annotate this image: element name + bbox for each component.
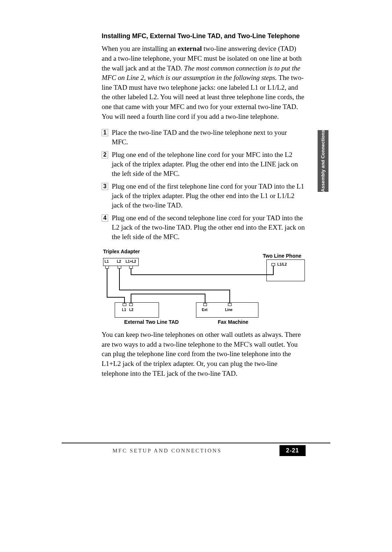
fax-ext-jack: [203, 303, 207, 306]
twoline-phone-label: Two Line Phone: [263, 253, 301, 259]
footer-rule: [62, 443, 330, 443]
steps-list: 1 Place the two-line TAD and the two-lin…: [102, 128, 305, 241]
step-item: 3 Plug one end of the first telephone li…: [102, 182, 305, 210]
fax-machine-label: Fax Machine: [218, 319, 248, 325]
tad-box: [115, 302, 159, 318]
wire: [119, 290, 229, 290]
fax-ext-label: Ext: [202, 308, 208, 312]
phone-l1l2-label: L1/L2: [277, 262, 287, 266]
step-number-box: 1: [102, 129, 108, 136]
wire: [119, 269, 120, 290]
tad-l1-label: L1: [122, 308, 126, 312]
step-item: 1 Place the two-line TAD and the two-lin…: [102, 128, 305, 146]
page-number: 2-21: [286, 447, 299, 454]
footer-text: MFC SETUP AND CONNECTIONS: [113, 448, 222, 454]
wire: [124, 297, 125, 303]
wire: [229, 290, 230, 303]
intro-paragraph: When you are installing an external two-…: [102, 44, 305, 121]
step-text: Plug one end of the telephone line cord …: [112, 150, 305, 178]
wire: [205, 294, 205, 303]
step-text: Plug one end of the first telephone line…: [112, 182, 305, 210]
wire: [131, 294, 205, 294]
wire: [131, 274, 274, 275]
section-heading: Installing MFC, External Two-Line TAD, a…: [102, 32, 305, 40]
wiring-diagram: Triplex Adapter Two Line Phone External …: [102, 249, 305, 325]
step-item: 2 Plug one end of the telephone line cor…: [102, 150, 305, 178]
triplex-l1-jack: [105, 266, 109, 269]
p1-bold: external: [177, 45, 201, 52]
main-content: Installing MFC, External Two-Line TAD, a…: [102, 32, 305, 385]
triplex-label: Triplex Adapter: [103, 249, 140, 254]
page-number-box: 2-21: [279, 445, 306, 456]
step-item: 4 Plug one end of the second telephone l…: [102, 213, 305, 241]
triplex-l1l2-jack: [129, 266, 133, 269]
fax-line-label: Line: [225, 308, 233, 312]
p1-start: When you are installing an: [102, 45, 177, 52]
step-number-box: 3: [102, 183, 108, 190]
step-number: 1: [103, 129, 107, 136]
tad-l2-jack: [129, 303, 133, 306]
triplex-l1l2-label: L1+L2: [126, 259, 136, 263]
tad-l1-jack: [123, 303, 126, 306]
step-number: 4: [103, 215, 107, 221]
fax-line-jack: [228, 303, 232, 306]
step-number: 2: [103, 152, 107, 158]
triplex-l2-label: L2: [117, 259, 121, 263]
triplex-l1-label: L1: [105, 259, 109, 263]
wire: [107, 269, 107, 298]
side-tab-text: Assembly and Connections: [320, 130, 326, 192]
step-text: Plug one end of the second telephone lin…: [112, 213, 305, 241]
wire: [273, 266, 274, 275]
triplex-l2-jack: [118, 266, 121, 269]
step-number: 3: [103, 183, 107, 190]
tad-l2-label: L2: [129, 308, 134, 312]
external-tad-label: External Two Line TAD: [124, 319, 179, 325]
closing-paragraph: You can keep two-line telephones on othe…: [102, 330, 305, 378]
wire: [107, 297, 124, 298]
wire: [131, 294, 131, 303]
step-number-box: 2: [102, 151, 108, 158]
step-number-box: 4: [102, 214, 108, 222]
side-tab: Assembly and Connections: [318, 130, 328, 192]
phone-l1l2-jack: [271, 263, 275, 266]
step-text: Place the two-line TAD and the two-line …: [112, 128, 305, 146]
